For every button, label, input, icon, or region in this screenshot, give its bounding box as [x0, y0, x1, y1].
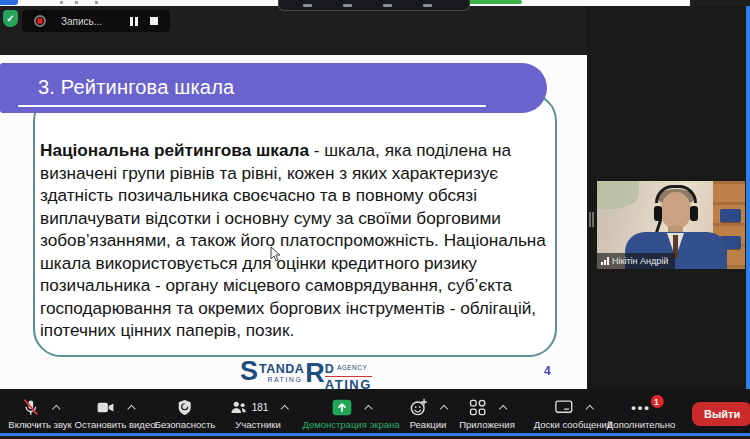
share-screen-button[interactable]: Демонстрация экрана — [302, 398, 399, 430]
toolbar-fragment — [60, 1, 63, 4]
logo-rating-small: RATING — [267, 375, 302, 384]
ellipsis-icon: •••1 — [631, 400, 651, 415]
signal-bars-icon — [601, 257, 609, 265]
security-label: Безопасность — [155, 419, 216, 430]
unmute-label: Включить звук — [8, 419, 71, 430]
zoom-meeting-window: ✓ Запись... Вид 3. Рейтингова шкала Наці… — [0, 0, 750, 439]
share-options-chevron[interactable] — [364, 405, 372, 413]
logo-letter-d: D — [325, 363, 334, 375]
stop-video-button[interactable]: Остановить видео — [75, 398, 156, 430]
logo-ating: ATING — [325, 378, 372, 391]
logo-letter-r: R — [305, 361, 325, 386]
video-shelf-box — [720, 209, 741, 222]
participants-icon — [229, 398, 249, 417]
toolbar-fragment — [95, 1, 98, 4]
participants-count: 181 — [252, 402, 269, 413]
unmute-button[interactable]: Включить звук — [8, 398, 71, 430]
whiteboards-button[interactable]: Доски сообщений — [534, 398, 612, 430]
annotation-tool-icon[interactable] — [423, 4, 432, 7]
recording-dot-icon — [34, 15, 46, 27]
logo-agency: AGENCY — [337, 364, 367, 371]
slide-title-underline — [18, 105, 486, 107]
security-button[interactable]: Безопасность — [155, 398, 216, 430]
logo-tanda: TANDA — [259, 363, 304, 375]
whiteboards-label: Доски сообщений — [534, 419, 612, 430]
camera-icon — [96, 398, 116, 417]
reactions-button[interactable]: Реакции — [409, 398, 447, 430]
reactions-label: Реакции — [410, 419, 447, 430]
logo-letter-s: S — [240, 359, 258, 384]
leave-meeting-button[interactable]: Выйти — [692, 402, 750, 426]
participant-head — [661, 192, 691, 229]
notification-badge: 1 — [651, 395, 664, 408]
security-shield-icon — [176, 398, 194, 417]
reactions-smiley-icon — [409, 398, 428, 417]
slide-title: 3. Рейтингова шкала — [38, 76, 234, 99]
toolbar-fragment — [75, 1, 78, 4]
annotation-toolbar-fragment[interactable] — [278, 0, 470, 11]
muted-mic-icon — [21, 398, 40, 417]
stop-video-label: Остановить видео — [75, 419, 156, 430]
share-screen-label: Демонстрация экрана — [302, 419, 399, 430]
mic-options-chevron[interactable] — [52, 405, 60, 413]
participant-name-tag: Нікітін Андрій — [597, 253, 675, 269]
recording-indicator: Запись... — [22, 10, 170, 32]
pause-recording-button[interactable] — [130, 17, 138, 26]
slide-body-text: Національна рейтингова шкала - шкала, як… — [40, 139, 550, 342]
participants-label: Участники — [235, 419, 280, 430]
annotation-tool-icon[interactable] — [303, 4, 312, 7]
whiteboards-options-chevron[interactable] — [585, 405, 593, 413]
shared-slide: 3. Рейтингова шкала Національна рейтинго… — [0, 55, 587, 389]
apps-button[interactable]: Приложения — [459, 398, 515, 430]
share-screen-icon — [331, 399, 352, 416]
participant-name: Нікітін Андрій — [612, 256, 668, 266]
more-label: Дополнительно — [607, 419, 675, 430]
panel-drag-handle[interactable] — [589, 212, 594, 227]
annotation-tool-icon[interactable] — [343, 4, 352, 7]
video-background — [597, 181, 639, 209]
headset-earpiece — [690, 206, 698, 221]
meeting-toolbar: Включить звук Остановить видео Безопасно… — [0, 389, 750, 433]
slide-body-lead: Національна рейтингова шкала — [40, 140, 309, 160]
share-border-bottom — [0, 433, 750, 436]
slide-body-rest: - шкала, яка поділена на визначені групи… — [40, 140, 546, 340]
standard-rating-logo: S TANDA RATING R D AGENCY ATING — [240, 359, 372, 391]
apps-label: Приложения — [459, 419, 515, 430]
mouse-cursor — [270, 246, 281, 262]
recording-label: Запись... — [61, 16, 102, 27]
browser-fragment — [0, 0, 18, 5]
participant-video[interactable]: Нікітін Андрій — [597, 181, 745, 269]
more-button[interactable]: •••1 Дополнительно — [607, 398, 675, 430]
reactions-options-chevron[interactable] — [440, 405, 448, 413]
apps-options-chevron[interactable] — [499, 405, 507, 413]
apps-icon — [468, 398, 487, 417]
video-options-chevron[interactable] — [127, 405, 135, 413]
whiteboard-icon — [554, 398, 574, 417]
slide-page-number: 4 — [544, 364, 551, 378]
participants-options-chevron[interactable] — [280, 405, 288, 413]
stop-recording-button[interactable] — [150, 17, 158, 25]
participants-button[interactable]: 181 Участники — [229, 398, 288, 430]
encryption-shield-icon: ✓ — [3, 10, 18, 27]
annotation-tool-icon[interactable] — [383, 4, 392, 7]
slide-header: 3. Рейтингова шкала — [0, 63, 547, 113]
share-border-right — [746, 6, 750, 436]
